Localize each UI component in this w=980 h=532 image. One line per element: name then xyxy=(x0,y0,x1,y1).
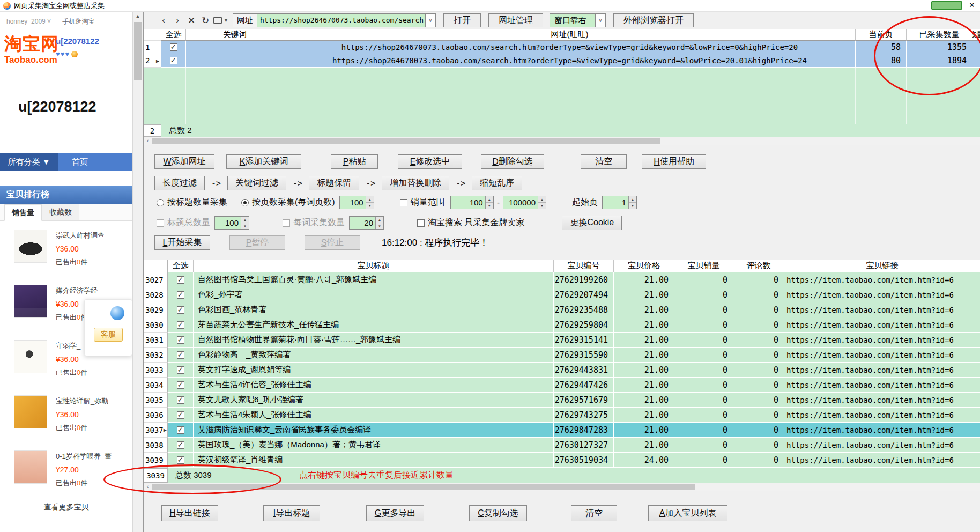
header-current-page[interactable]: 当前页 xyxy=(856,29,907,41)
account-name[interactable]: honney_2009 xyxy=(6,18,46,25)
spinner-buttons[interactable]: ▲▼ xyxy=(366,196,374,209)
scrollbar-thumb[interactable] xyxy=(152,484,695,490)
export-button[interactable]: 清空 xyxy=(571,505,617,521)
sales-min-spinner[interactable]: 100 ▲▼ xyxy=(450,196,494,209)
sales-max-spinner[interactable]: 100000 ▲▼ xyxy=(503,196,546,209)
tabs-menu-button[interactable]: ▼ xyxy=(213,17,228,24)
row-item-title[interactable]: 芽苗蔬菜无公害生产新技术_任传猛主编 xyxy=(194,317,554,332)
table-row[interactable]: 3034 艺术与生活4许信容_张修佳主编 627629447426 21.00 … xyxy=(144,378,980,393)
url-input[interactable]: https://shop264670073.taobao.com/search.… xyxy=(257,13,426,27)
window-position-select[interactable]: 窗口靠右 ˅ xyxy=(550,13,606,27)
refresh-icon[interactable]: ↻ xyxy=(198,13,212,27)
header-item-sales[interactable]: 宝贝销量 xyxy=(674,260,733,272)
table-row[interactable]: 1 https://shop264670073.taobao.com/searc… xyxy=(144,41,980,54)
table-row[interactable]: 3036 艺术与生活4朱颖人_张修佳主编 627629743275 21.00 … xyxy=(144,408,980,423)
per-keyword-checkbox[interactable] xyxy=(283,219,290,227)
customer-service-button[interactable]: 客服 xyxy=(94,328,123,342)
title-total-checkbox[interactable] xyxy=(157,219,164,227)
product-title[interactable]: 媒介经济学经 xyxy=(56,286,130,295)
open-button[interactable]: 打开 xyxy=(443,13,481,27)
row-item-title[interactable]: 艺术与生活4朱颖人_张修佳主编 xyxy=(194,408,554,423)
scrollbar-thumb[interactable] xyxy=(134,22,142,80)
row-item-title[interactable]: 色彩静物高二_黄致萍编著 xyxy=(194,348,554,363)
row-checkbox[interactable] xyxy=(177,336,184,344)
row-checkbox[interactable] xyxy=(177,381,184,389)
back-icon[interactable]: ‹ xyxy=(157,13,170,27)
mobile-taobao-link[interactable]: 手机逛淘宝 xyxy=(62,18,94,25)
row-item-title[interactable]: 色彩_孙宇著 xyxy=(194,287,554,302)
row-checkbox[interactable] xyxy=(177,396,184,404)
row-item-title[interactable]: 艾滋病防治知识彝文_云南省民族事务委员会编译 xyxy=(194,423,554,438)
table-row[interactable]: 2▶ https://shop264670073.taobao.com/sear… xyxy=(144,54,980,68)
shop-id-text[interactable]: u[22078122 xyxy=(56,36,131,46)
by-pages-label[interactable]: 按页数采集(每词页数) xyxy=(252,197,335,208)
header-item-id[interactable]: 宝贝编号 xyxy=(554,260,614,272)
row-item-link[interactable]: https://item.taobao.com/item.htm?id=6 xyxy=(784,272,980,287)
row-item-link[interactable]: https://item.taobao.com/item.htm?id=6 xyxy=(784,438,980,453)
filter-step-button[interactable]: 缩短乱序 xyxy=(472,176,522,190)
row-item-title[interactable]: 自然图书馆植物世界篇菊花·向日葵·雪莲……_郭豫斌主编 xyxy=(194,332,554,348)
header-item-title[interactable]: 宝贝标题 xyxy=(194,260,554,272)
tab-favorites[interactable]: 收藏数 xyxy=(42,204,79,220)
header-collected-count[interactable]: 已采集数量 xyxy=(907,29,972,41)
header-item-link[interactable]: 宝贝链接 xyxy=(784,260,980,272)
table-row[interactable]: 3028 色彩_孙宇著 627629207494 21.00 0 0 https… xyxy=(144,287,980,302)
row-checkbox[interactable] xyxy=(177,351,184,359)
table-row[interactable]: 3033 英文打字速成_谢恩娟等编 627629443831 21.00 0 0… xyxy=(144,363,980,378)
list-item[interactable]: 崇武大岞村调查_ ¥36.00 已售出0件 xyxy=(0,221,132,276)
action-button[interactable]: 清空 xyxy=(581,154,627,169)
row-checkbox[interactable] xyxy=(177,306,184,314)
row-item-title[interactable]: 英汉初级笔译_肖维青编 xyxy=(194,453,554,468)
url-manage-button[interactable]: 网址管理 xyxy=(488,13,543,27)
row-item-title[interactable]: 英国玫瑰_（美）麦当娜（Madonna）著；黄韦君译 xyxy=(194,438,554,453)
gold-seller-checkbox[interactable] xyxy=(417,219,425,227)
export-button[interactable]: C复制勾选 xyxy=(469,505,527,521)
view-more-link[interactable]: 查看更多宝贝 xyxy=(0,503,132,512)
by-title-label[interactable]: 按标题数量采集 xyxy=(167,197,227,208)
product-title[interactable]: 宝性论详解_弥勒 xyxy=(56,396,130,406)
export-button[interactable]: H导出链接 xyxy=(161,505,218,521)
row-item-link[interactable]: https://item.taobao.com/item.htm?id=6 xyxy=(784,317,980,332)
row-item-link[interactable]: https://item.taobao.com/item.htm?id=6 xyxy=(784,408,980,423)
action-button[interactable]: W添加网址 xyxy=(154,154,214,169)
row-item-link[interactable]: https://item.taobao.com/item.htm?id=6 xyxy=(784,302,980,317)
product-title[interactable]: 崇武大岞村调查_ xyxy=(56,231,130,240)
external-browser-button[interactable]: 外部浏览器打开 xyxy=(613,13,694,27)
row-item-link[interactable]: https://item.taobao.com/item.htm?id=6 xyxy=(784,393,980,408)
action-button[interactable]: E修改选中 xyxy=(398,154,462,169)
qq-service-icon[interactable] xyxy=(110,306,124,320)
action-button[interactable]: P粘贴 xyxy=(331,154,378,169)
header-select-all[interactable]: 全选 xyxy=(161,29,186,41)
table-row[interactable]: 3027 自然图书馆鸟类王国篇百灵·黄鹂·八哥_郭豫斌主编 6276291992… xyxy=(144,272,980,287)
list-item[interactable]: 宝性论详解_弥勒 ¥36.00 已售出0件 xyxy=(0,387,132,442)
row-item-link[interactable]: https://item.taobao.com/item.htm?id=6 xyxy=(784,378,980,393)
gold-seller-label[interactable]: 淘宝搜索 只采集金牌卖家 xyxy=(428,217,524,228)
row-item-link[interactable]: https://item.taobao.com/item.htm?id=6 xyxy=(784,348,980,363)
sidebar-scrollbar[interactable]: ▲ xyxy=(133,12,143,532)
export-button[interactable]: I导出标题 xyxy=(263,505,320,521)
header-select-all[interactable]: 全选 xyxy=(168,260,194,272)
row-checkbox[interactable] xyxy=(177,321,184,329)
product-thumbnail[interactable] xyxy=(14,340,47,373)
row-checkbox[interactable] xyxy=(177,441,184,449)
shop-home-link[interactable]: 首页 xyxy=(58,153,132,171)
product-thumbnail[interactable] xyxy=(14,230,47,263)
maximize-button[interactable] xyxy=(931,1,962,10)
forward-icon[interactable]: › xyxy=(170,13,184,27)
header-keyword[interactable]: 关键词 xyxy=(186,29,284,41)
product-thumbnail[interactable] xyxy=(14,285,47,318)
scroll-up-icon[interactable]: ▲ xyxy=(133,12,143,21)
header-item-price[interactable]: 宝贝价格 xyxy=(614,260,674,272)
header-url[interactable]: 网址(旺旺) xyxy=(284,29,856,41)
pages-spinner[interactable]: 100 ▲▼ xyxy=(339,196,374,209)
filter-step-button[interactable]: 长度过滤 xyxy=(154,176,205,190)
all-categories-menu[interactable]: 所有分类 ▼ xyxy=(0,153,58,171)
filter-step-button[interactable]: 增加替换删除 xyxy=(382,176,449,190)
table-row[interactable]: 3031 自然图书馆植物世界篇菊花·向日葵·雪莲……_郭豫斌主编 6276293… xyxy=(144,332,980,348)
start-page-spinner[interactable]: 1 ▲▼ xyxy=(602,196,637,209)
start-collect-button[interactable]: L开始采集 xyxy=(154,235,210,250)
stop-icon[interactable]: ✕ xyxy=(184,13,198,27)
filter-step-button[interactable]: 关键词过滤 xyxy=(227,176,286,190)
row-checkbox[interactable] xyxy=(177,291,184,299)
row-item-title[interactable]: 英文打字速成_谢恩娟等编 xyxy=(194,363,554,378)
